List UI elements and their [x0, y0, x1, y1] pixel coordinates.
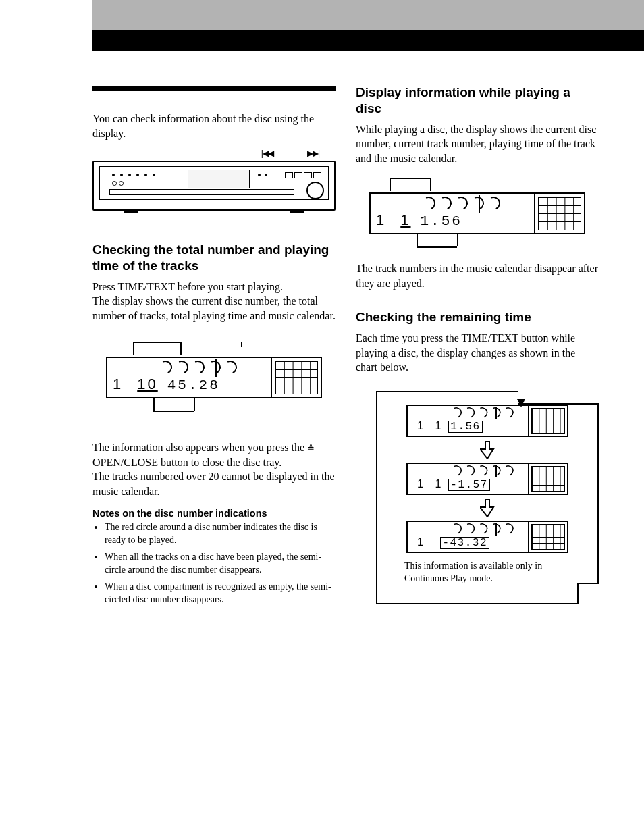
flow-chart: 1 1 1.56: [376, 391, 599, 604]
arrow-down-icon: [383, 499, 592, 517]
display-diagram-1: 1 10 45.28: [92, 342, 336, 413]
right-p1: While playing a disc, the display shows …: [356, 122, 599, 166]
right-p3: Each time you press the TIME/TEXT button…: [356, 331, 599, 375]
notes-list: The red circle around a disc number indi…: [92, 521, 336, 606]
right-p2: The track numbers in the music calendar …: [356, 261, 599, 290]
flow-b-track: 1: [435, 478, 443, 490]
right-h2: Checking the remaining time: [356, 309, 599, 325]
page: You can check information about the disc…: [0, 0, 644, 664]
disp2-track: 1: [400, 211, 410, 229]
section1-heading: Checking the total number and playing ti…: [92, 242, 336, 274]
disp2-disc: 1: [376, 211, 385, 229]
flow-display-b: 1 1 -1.57: [406, 463, 568, 495]
note-item: When a disc compartment is recognized as…: [105, 581, 336, 606]
device-illustration: [92, 161, 336, 211]
intro-paragraph: You can check information about the disc…: [92, 111, 336, 140]
notes-heading: Notes on the disc number indications: [92, 508, 336, 519]
flow-display-a: 1 1 1.56: [406, 405, 568, 437]
disp1-disc: 1: [113, 375, 122, 393]
right-h1: Display information while playing a disc: [356, 84, 599, 117]
flow-a-disc: 1: [417, 420, 424, 432]
music-calendar-grid: [275, 361, 318, 394]
eject-icon: ≜: [307, 442, 315, 454]
flow-b-disc: 1: [417, 478, 424, 490]
section-rule: [92, 86, 336, 91]
content-columns: You can check information about the disc…: [92, 51, 644, 610]
next-icon: ▶▶|: [307, 149, 319, 158]
note-item: When all the tracks on a disc have been …: [105, 551, 336, 577]
left-column: You can check information about the disc…: [92, 55, 336, 610]
flow-a-track: 1: [435, 420, 443, 432]
note-item: The red circle around a disc number indi…: [105, 521, 336, 547]
disp1-tracks: 10: [137, 375, 157, 393]
header-gray-bar: [92, 0, 644, 30]
arrow-down-icon: [383, 441, 592, 459]
header-black-bar: [92, 30, 644, 51]
flow-a-time: 1.56: [448, 421, 482, 433]
section1-p1: Press TIME/TEXT before you start playing…: [92, 280, 336, 323]
flow-c-time: -43.32: [440, 537, 489, 549]
flow-note: This information is available only in Co…: [404, 560, 583, 585]
music-calendar-grid: [538, 197, 581, 230]
flow-loop-corner: [577, 583, 599, 604]
prev-icon: |◀◀: [261, 149, 273, 158]
flow-b-time: -1.57: [448, 479, 490, 491]
prev-next-labels: |◀◀ ▶▶|: [92, 149, 336, 158]
section1-p2: The information also appears when you pr…: [92, 425, 336, 498]
disp2-time: 1.56: [421, 213, 462, 229]
flow-c-disc: 1: [417, 536, 424, 548]
flow-display-c: 1 -43.32: [406, 521, 568, 553]
disp1-time: 45.28: [167, 377, 220, 393]
display-diagram-2: 1 1 1.56: [356, 178, 599, 249]
right-column: Display information while playing a disc…: [356, 55, 599, 610]
